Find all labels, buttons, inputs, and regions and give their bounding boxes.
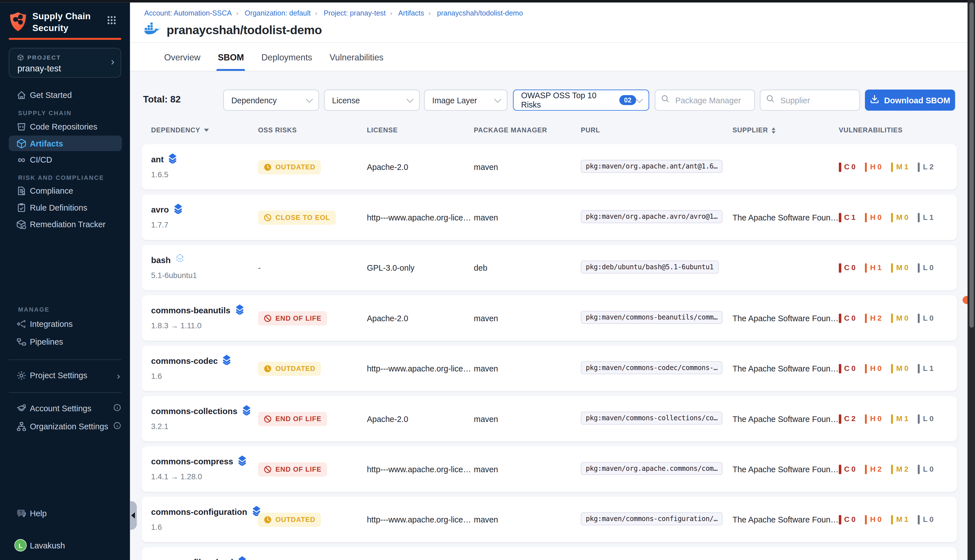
purl-value[interactable]: pkg:maven/org.apache.avro/avro@1…: [581, 210, 722, 223]
sidebar-item-integrations[interactable]: Integrations: [0, 316, 130, 332]
high-count: H1: [865, 263, 883, 272]
dependency-version: 3.2.1: [151, 422, 168, 431]
sidebar-item-pipelines[interactable]: Pipelines: [0, 334, 130, 350]
package-manager-search[interactable]: [655, 90, 755, 111]
breadcrumb-artifacts[interactable]: Artifacts: [398, 9, 424, 17]
medium-count: M0: [891, 364, 910, 373]
image-layer-filter-dropdown[interactable]: Image Layer: [424, 90, 507, 111]
tab-overview[interactable]: Overview: [163, 43, 202, 71]
low-count: L0: [918, 263, 935, 272]
app-switcher-grid-icon[interactable]: [107, 15, 116, 27]
critical-count: C0: [839, 162, 858, 172]
column-header-dependency[interactable]: DEPENDENCY: [151, 126, 209, 133]
table-row[interactable]: commons-collections 3.2.1 END OF LIFE Ap…: [142, 396, 957, 442]
purl-value[interactable]: pkg:maven/commons-collections/co…: [581, 411, 722, 424]
sidebar-item-artifacts[interactable]: Artifacts: [9, 135, 122, 151]
sidebar-item-cicd[interactable]: ∞ CI/CD: [0, 152, 130, 168]
purl-cell: pkg:maven/commons-beanutils/comm…: [581, 310, 722, 325]
oss-risk-cell: CLOSE TO EOL: [258, 210, 336, 225]
table-row[interactable]: commons-compress 1.4.1 → 1.28.0 END OF L…: [142, 447, 957, 492]
dependency-name[interactable]: commons-compress: [151, 455, 247, 467]
purl-cell: pkg:deb/ubuntu/bash@5.1-6ubuntu1: [581, 260, 718, 275]
sidebar-item-get-started[interactable]: Get Started: [0, 87, 130, 103]
breadcrumb-organization[interactable]: Organization: default: [245, 9, 311, 17]
sidebar-collapse-handle[interactable]: [130, 501, 137, 530]
dependency-filter-dropdown[interactable]: Dependency: [223, 90, 319, 111]
sidebar-item-help[interactable]: ? Help: [0, 505, 130, 522]
search-icon: [766, 95, 775, 106]
page-header: Account: Automation-SSCA› Organization: …: [130, 3, 975, 43]
purl-cell: pkg:maven/commons-configuration/…: [581, 512, 722, 527]
dependency-version: 1.6.5: [151, 170, 168, 179]
sidebar-item-code-repositories[interactable]: Code Repositories: [0, 119, 130, 135]
high-count: H0: [865, 364, 883, 373]
column-header-oss-risks: OSS RISKS: [258, 126, 297, 133]
sidebar-item-compliance[interactable]: Compliance: [0, 183, 130, 199]
tab-vulnerabilities[interactable]: Vulnerabilities: [328, 43, 385, 71]
vulnerabilities-cell: C0 H0 M1 L2: [839, 162, 935, 172]
breadcrumb-account[interactable]: Account: Automation-SSCA: [144, 9, 232, 17]
table-row[interactable]: bash 5.1-6ubuntu1 - GPL-3.0-only deb pkg…: [142, 245, 957, 290]
dependency-name[interactable]: avro: [151, 203, 182, 216]
low-count: L2: [918, 162, 935, 172]
purl-value[interactable]: pkg:maven/org.apache.commons/com…: [581, 462, 722, 475]
purl-value[interactable]: pkg:maven/org.apache.ant/ant@1.6…: [581, 160, 722, 172]
dependency-version: 1.6: [151, 372, 162, 380]
sidebar-item-account-settings[interactable]: Account Settings: [0, 400, 130, 417]
supplier-search[interactable]: [760, 90, 860, 111]
supplier-search-input[interactable]: [779, 95, 853, 105]
table-row[interactable]: commons-fileupload END OF LIFE Apache-2.…: [142, 547, 957, 560]
project-selector[interactable]: PROJECT pranay-test ›: [9, 48, 122, 78]
supplier-cell: The Apache Software Foun…: [733, 364, 839, 373]
sbom-content: Total: 82 Dependency License Image Layer…: [130, 72, 975, 560]
breadcrumb: Account: Automation-SSCA› Organization: …: [144, 9, 523, 17]
tab-sbom[interactable]: SBOM: [217, 43, 245, 71]
table-row[interactable]: commons-configuration 1.6 OUTDATED http-…: [142, 497, 957, 542]
breadcrumb-artifact-name[interactable]: pranaycshah/todolist-demo: [437, 9, 523, 17]
sidebar-item-remediation-tracker[interactable]: Remediation Tracker: [0, 217, 130, 233]
dependency-name[interactable]: commons-collections: [151, 405, 251, 417]
dependency-name[interactable]: commons-fileupload: [151, 556, 247, 560]
dependency-name[interactable]: commons-configuration: [151, 505, 261, 518]
oss-risk-badge: END OF LIFE: [258, 412, 327, 426]
owasp-risks-filter-dropdown[interactable]: OWASP OSS Top 10 Risks02: [513, 90, 649, 111]
table-row[interactable]: ant 1.6.5 OUTDATED Apache-2.0 maven pkg:…: [142, 144, 957, 190]
scrollbar-thumb[interactable]: [969, 3, 973, 328]
package-manager-search-input[interactable]: [674, 95, 748, 105]
package-manager-cell: deb: [474, 263, 488, 272]
layers-outline-icon: [175, 254, 184, 266]
dependency-name[interactable]: ant: [151, 153, 177, 165]
license-cell: GPL-3.0-only: [367, 263, 415, 272]
purl-value[interactable]: pkg:deb/ubuntu/bash@5.1-6ubuntu1: [581, 260, 718, 273]
table-row[interactable]: commons-codec 1.6 OUTDATED http---www.ap…: [142, 346, 957, 391]
sidebar-item-project-settings[interactable]: Project Settings ›: [0, 368, 130, 383]
critical-count: C2: [839, 414, 858, 423]
high-count: H0: [865, 213, 883, 222]
gear-icon: [16, 370, 27, 381]
scrollbar[interactable]: [968, 0, 975, 560]
column-header-supplier[interactable]: SUPPLIER: [733, 126, 775, 133]
dependency-name[interactable]: bash: [151, 254, 184, 266]
table-row[interactable]: avro 1.7.7 CLOSE TO EOL http---www.apach…: [142, 195, 957, 240]
sidebar-item-rule-definitions[interactable]: Rule Definitions: [0, 200, 130, 216]
download-sbom-button[interactable]: Download SBOM: [865, 90, 955, 111]
info-icon: [113, 403, 122, 413]
dependency-name[interactable]: commons-codec: [151, 355, 232, 367]
search-icon: [661, 95, 670, 106]
divider: [9, 359, 122, 360]
sidebar-item-organization-settings[interactable]: Organization Settings: [0, 418, 130, 434]
license-filter-dropdown[interactable]: License: [324, 90, 420, 111]
oss-risk-cell: OUTDATED: [258, 512, 321, 527]
dependency-name[interactable]: commons-beanutils: [151, 304, 244, 317]
chevron-separator: ›: [428, 9, 431, 17]
purl-value[interactable]: pkg:maven/commons-codec/commons-…: [581, 361, 722, 374]
avatar: L: [14, 539, 27, 552]
breadcrumb-project[interactable]: Project: pranay-test: [324, 9, 386, 17]
table-row[interactable]: commons-beanutils 1.8.3 → 1.11.0 END OF …: [142, 295, 957, 341]
purl-value[interactable]: pkg:maven/commons-configuration/…: [581, 512, 722, 525]
user-name: Lavakush: [30, 541, 65, 550]
ban-icon: [263, 213, 272, 222]
purl-value[interactable]: pkg:maven/commons-beanutils/comm…: [581, 310, 722, 323]
tab-deployments[interactable]: Deployments: [260, 43, 313, 71]
app-logo[interactable]: Supply ChainSecurity: [9, 10, 122, 36]
